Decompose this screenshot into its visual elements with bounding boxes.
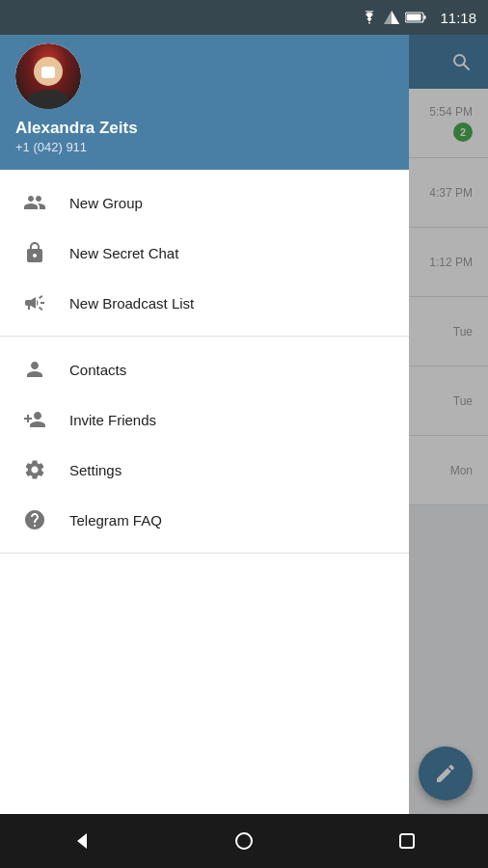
menu-item-new-group[interactable]: New Group — [0, 177, 409, 228]
svg-rect-4 — [407, 14, 421, 21]
svg-point-8 — [236, 833, 252, 849]
battery-icon — [405, 12, 426, 23]
menu-label-telegram-faq: Telegram FAQ — [69, 512, 162, 529]
menu-item-contacts[interactable]: Contacts — [0, 344, 409, 394]
menu-label-new-secret-chat: New Secret Chat — [69, 245, 178, 261]
user-avatar — [15, 43, 81, 109]
menu-label-contacts: Contacts — [69, 362, 126, 378]
menu-item-new-secret-chat[interactable]: New Secret Chat — [0, 228, 409, 278]
wifi-icon — [361, 11, 378, 24]
navigation-bar — [0, 814, 488, 868]
person-icon — [15, 350, 54, 389]
recents-icon — [398, 832, 416, 850]
drawer-section-1: New Group New Secret Chat New Broadc — [0, 170, 409, 337]
signal-icon — [384, 11, 399, 24]
drawer-header: Alexandra Zeits +1 (042) 911 — [0, 35, 409, 170]
status-time: 11:18 — [440, 10, 476, 26]
user-name: Alexandra Zeits — [15, 119, 393, 138]
status-icons: 11:18 — [361, 10, 476, 26]
menu-label-new-group: New Group — [69, 195, 143, 211]
settings-icon — [15, 450, 54, 489]
menu-item-settings[interactable]: Settings — [0, 445, 409, 495]
lock-icon — [15, 233, 54, 272]
svg-marker-1 — [392, 11, 399, 24]
navigation-drawer: Alexandra Zeits +1 (042) 911 New Group — [0, 35, 409, 820]
drawer-menu: New Group New Secret Chat New Broadc — [0, 170, 409, 820]
drawer-section-2: Contacts Invite Friends Settings — [0, 337, 409, 554]
back-icon — [71, 831, 91, 851]
group-icon — [15, 183, 54, 222]
menu-item-new-broadcast-list[interactable]: New Broadcast List — [0, 278, 409, 328]
menu-label-settings: Settings — [69, 462, 122, 478]
user-phone: +1 (042) 911 — [15, 140, 393, 154]
back-button[interactable] — [62, 822, 100, 860]
broadcast-icon — [15, 284, 54, 322]
menu-label-invite-friends: Invite Friends — [69, 412, 156, 428]
home-icon — [234, 831, 254, 851]
home-button[interactable] — [225, 822, 263, 860]
svg-marker-7 — [77, 833, 87, 849]
menu-item-invite-friends[interactable]: Invite Friends — [0, 394, 409, 445]
help-icon — [15, 501, 54, 539]
recents-button[interactable] — [388, 822, 426, 860]
status-bar: 11:18 — [0, 0, 488, 35]
menu-label-new-broadcast-list: New Broadcast List — [69, 295, 194, 312]
menu-item-telegram-faq[interactable]: Telegram FAQ — [0, 495, 409, 545]
svg-rect-3 — [424, 15, 426, 19]
svg-rect-9 — [400, 834, 414, 848]
person-add-icon — [15, 400, 54, 439]
